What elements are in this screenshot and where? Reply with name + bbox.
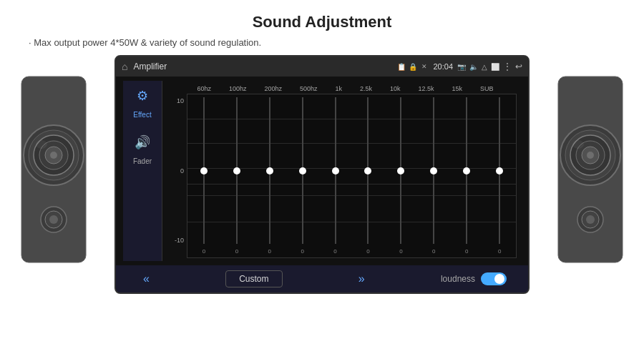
slider-val-5: 0	[333, 248, 336, 255]
subtitle-text: · Max output power 4*50W & variety of so…	[0, 37, 644, 55]
svg-point-9	[49, 215, 58, 224]
freq-100hz: 100hz	[229, 85, 247, 92]
loudness-section: loudness	[441, 272, 507, 285]
volume-icon: 🔈	[469, 63, 478, 71]
y-label-neg10: -10	[175, 237, 184, 244]
camera-icon: 📷	[457, 63, 466, 71]
svg-point-17	[587, 152, 594, 159]
device-frame: ⌂ Amplifier 📋 🔒 ✕ 20:04 📷 🔈 △ ⬜ ⋮ ↩ ⚙ Ef…	[114, 55, 530, 294]
loudness-label: loudness	[441, 274, 475, 284]
slider-col-1[interactable]: 0	[187, 94, 220, 257]
slider-thumb-9[interactable]	[463, 167, 470, 174]
page-title: Sound Adjustment	[0, 0, 644, 37]
screenshot-icon: 📋	[397, 63, 406, 71]
main-content: ⌂ Amplifier 📋 🔒 ✕ 20:04 📷 🔈 △ ⬜ ⋮ ↩ ⚙ Ef…	[0, 55, 644, 294]
freq-60hz: 60hz	[197, 85, 211, 92]
slider-val-6: 0	[366, 248, 369, 255]
slider-thumb-8[interactable]	[430, 167, 437, 174]
slider-col-8[interactable]: 0	[417, 94, 450, 257]
eq-main-panel: 60hz 100hz 200hz 500hz 1k 2.5k 10k 12.5k…	[162, 81, 521, 261]
freq-200hz: 200hz	[264, 85, 282, 92]
slider-val-3: 0	[268, 248, 271, 255]
svg-point-10	[36, 140, 47, 149]
svg-point-21	[572, 140, 584, 149]
slider-val-7: 0	[399, 248, 402, 255]
app-title-label: Amplifier	[133, 62, 397, 72]
toggle-thumb	[494, 274, 504, 284]
svg-point-6	[50, 152, 57, 159]
speaker-left	[7, 55, 100, 284]
eq-bottom-bar: « Custom » loudness	[116, 265, 528, 292]
slider-val-4: 0	[301, 248, 303, 255]
slider-thumb-2[interactable]	[233, 167, 240, 174]
slider-track-10[interactable]	[499, 97, 500, 244]
slider-col-10[interactable]: 0	[483, 94, 516, 257]
slider-col-6[interactable]: 0	[352, 94, 385, 257]
preset-label-button[interactable]: Custom	[225, 270, 282, 287]
slider-val-9: 0	[465, 248, 468, 255]
prev-preset-button[interactable]: «	[137, 270, 155, 288]
more-icon[interactable]: ⋮	[503, 62, 512, 72]
slider-track-9[interactable]	[466, 97, 467, 244]
freq-labels-row: 60hz 100hz 200hz 500hz 1k 2.5k 10k 12.5k…	[167, 84, 517, 94]
slider-col-7[interactable]: 0	[384, 94, 417, 257]
next-preset-button[interactable]: »	[353, 270, 371, 288]
slider-val-10: 0	[498, 248, 501, 255]
freq-500hz: 500hz	[300, 85, 318, 92]
freq-2-5k: 2.5k	[360, 85, 372, 92]
home-icon[interactable]: ⌂	[122, 61, 127, 72]
y-label-10: 10	[177, 97, 184, 104]
freq-1k: 1k	[335, 85, 342, 92]
slider-thumb-1[interactable]	[200, 167, 208, 174]
slider-track-4[interactable]	[302, 97, 303, 244]
eq-sidebar: ⚙ Effect 🔊 Fader	[123, 81, 162, 261]
slider-thumb-10[interactable]	[496, 167, 503, 174]
back-icon[interactable]: ↩	[515, 62, 522, 72]
status-icons: 📷 🔈 △ ⬜ ⋮ ↩	[457, 62, 522, 72]
fader-label: Fader	[133, 157, 152, 165]
slider-track-6[interactable]	[367, 97, 369, 244]
slider-track-5[interactable]	[335, 97, 336, 244]
slider-val-2: 0	[235, 248, 238, 255]
slider-col-9[interactable]: 0	[450, 94, 483, 257]
svg-point-20	[586, 215, 595, 224]
effect-label: Effect	[133, 111, 151, 119]
clock-display: 20:04	[433, 62, 453, 71]
slider-track-1[interactable]	[203, 97, 205, 244]
no-sim-icon: ✕	[421, 63, 427, 70]
y-axis: 10 0 -10	[167, 94, 187, 258]
status-bar: ⌂ Amplifier 📋 🔒 ✕ 20:04 📷 🔈 △ ⬜ ⋮ ↩	[116, 56, 528, 77]
slider-thumb-7[interactable]	[397, 167, 404, 174]
eq-sliders-container: 10 0 -10	[167, 94, 517, 258]
slider-col-4[interactable]: 0	[286, 94, 319, 257]
slider-track-7[interactable]	[400, 97, 401, 244]
speaker-right	[544, 55, 637, 284]
slider-val-1: 0	[203, 248, 205, 255]
triangle-icon: △	[482, 63, 487, 71]
slider-col-3[interactable]: 0	[253, 94, 286, 257]
sliders-grid: 0 0 0	[187, 94, 517, 258]
slider-thumb-5[interactable]	[332, 167, 339, 174]
loudness-toggle[interactable]	[481, 272, 507, 285]
slider-track-3[interactable]	[269, 97, 270, 244]
slider-track-8[interactable]	[433, 97, 434, 244]
lock-icon: 🔒	[409, 63, 417, 71]
freq-sub: SUB	[480, 85, 494, 92]
equalizer-icon[interactable]: ⚙	[137, 88, 148, 104]
eq-area: ⚙ Effect 🔊 Fader 60hz 100hz 200hz 500hz …	[116, 77, 528, 265]
sound-icon[interactable]: 🔊	[135, 134, 150, 150]
slider-thumb-3[interactable]	[266, 167, 273, 174]
freq-12-5k: 12.5k	[418, 85, 434, 92]
slider-val-8: 0	[432, 248, 435, 255]
screen-icon: ⬜	[491, 63, 499, 71]
slider-thumb-4[interactable]	[299, 167, 306, 174]
slider-track-2[interactable]	[236, 97, 238, 244]
slider-thumb-6[interactable]	[364, 167, 371, 174]
slider-col-5[interactable]: 0	[319, 94, 352, 257]
freq-10k: 10k	[390, 85, 401, 92]
y-label-0: 0	[180, 167, 184, 174]
freq-15k: 15k	[452, 85, 462, 92]
slider-col-2[interactable]: 0	[220, 94, 253, 257]
